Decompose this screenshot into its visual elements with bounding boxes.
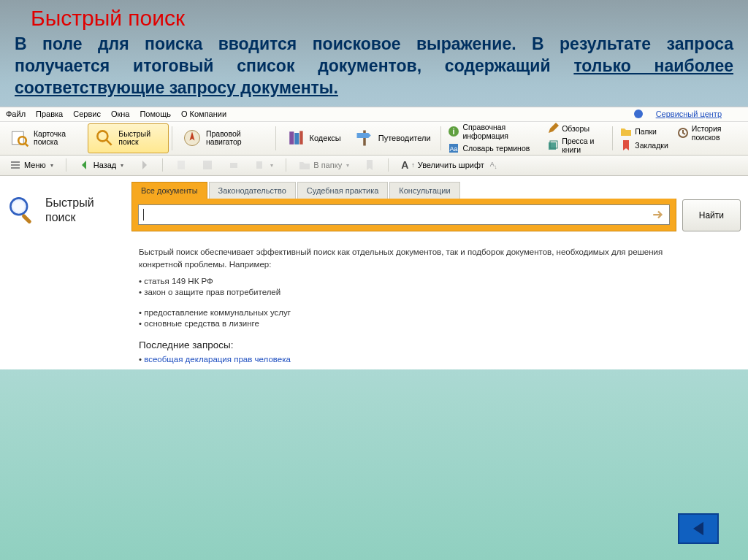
infolder-button: В папку bbox=[294, 157, 354, 173]
search-bar bbox=[131, 199, 676, 231]
input-clear-icon[interactable] bbox=[652, 208, 665, 221]
find-button[interactable]: Найти bbox=[682, 199, 741, 231]
svg-rect-24 bbox=[203, 161, 212, 169]
service-center-icon bbox=[634, 110, 643, 118]
press-label: Пресса и книги bbox=[562, 137, 605, 154]
app-window: Файл Правка Сервис Окна Помощь О Компани… bbox=[0, 107, 748, 370]
ref-info-button[interactable]: i Справочная информация bbox=[443, 122, 543, 141]
folder-icon bbox=[620, 126, 632, 137]
quick-search-icon bbox=[94, 128, 115, 148]
press-button[interactable]: Пресса и книги bbox=[543, 136, 609, 155]
tool-a bbox=[170, 157, 192, 173]
svg-rect-25 bbox=[230, 163, 237, 168]
svg-rect-29 bbox=[21, 213, 32, 224]
compass-icon bbox=[182, 128, 202, 148]
reviews-label: Обзоры bbox=[562, 124, 589, 133]
bookmark-add-button bbox=[359, 157, 381, 173]
codexes-label: Кодексы bbox=[310, 134, 341, 142]
glossary-button[interactable]: Аа Словарь терминов bbox=[443, 142, 543, 155]
recent-link[interactable]: всеобщая декларация прав человека bbox=[144, 355, 291, 364]
tab-legislation[interactable]: Законодательство bbox=[209, 182, 296, 199]
quick-search-button[interactable]: Быстрый поиск bbox=[88, 123, 169, 153]
history-button[interactable]: История поисков bbox=[673, 123, 745, 142]
svg-marker-30 bbox=[693, 522, 703, 536]
svg-rect-26 bbox=[256, 161, 262, 169]
quick-search-label: Быстрый поиск bbox=[118, 130, 162, 147]
history-icon bbox=[677, 127, 689, 139]
svg-point-3 bbox=[98, 131, 108, 142]
main-toolbar: Карточка поиска Быстрый поиск Правовой н… bbox=[0, 122, 748, 156]
hint-text: Быстрый поиск обеспечивает эффективный п… bbox=[139, 246, 694, 272]
legal-nav-button[interactable]: Правовой навигатор bbox=[175, 123, 272, 153]
example-item: основные средства в лизинге bbox=[139, 319, 741, 328]
card-search-label: Карточка поиска bbox=[34, 130, 81, 147]
legal-nav-label: Правовой навигатор bbox=[206, 130, 266, 147]
menu-icon bbox=[9, 159, 21, 171]
enlarge-font-label: Увеличить шрифт bbox=[418, 161, 484, 169]
search-title-l2: поиск bbox=[45, 210, 94, 224]
back-button[interactable]: Назад bbox=[74, 157, 129, 173]
press-icon bbox=[547, 139, 559, 151]
search-input[interactable] bbox=[138, 204, 670, 225]
search-title: Быстрый поиск bbox=[45, 196, 94, 223]
tool-d bbox=[249, 157, 278, 173]
text-cursor bbox=[143, 209, 144, 220]
ref-info-label: Справочная информация bbox=[462, 123, 538, 140]
slide-title: Быстрый поиск bbox=[0, 0, 748, 34]
tab-consultations[interactable]: Консультации bbox=[389, 182, 459, 199]
back-arrow-icon bbox=[79, 159, 91, 171]
prev-slide-button[interactable] bbox=[678, 513, 719, 544]
menu-service[interactable]: Сервис bbox=[73, 110, 101, 118]
svg-marker-11 bbox=[356, 133, 370, 138]
svg-rect-22 bbox=[11, 167, 20, 169]
recent-title: Последние запросы: bbox=[139, 340, 741, 350]
example-item: предоставление коммунальных услуг bbox=[139, 308, 741, 317]
svg-text:i: i bbox=[453, 127, 455, 136]
save-icon bbox=[202, 159, 213, 171]
copy-icon bbox=[254, 159, 266, 171]
tool-b bbox=[196, 157, 218, 173]
svg-text:Аа: Аа bbox=[450, 145, 458, 153]
content-area: Быстрый поиск Все документы Законодатель… bbox=[0, 176, 748, 370]
menubar: Файл Правка Сервис Окна Помощь О Компани… bbox=[0, 107, 748, 122]
recent-list: всеобщая декларация прав человека bbox=[139, 355, 741, 364]
menu-windows[interactable]: Окна bbox=[111, 110, 130, 118]
card-search-button[interactable]: Карточка поиска bbox=[3, 123, 88, 153]
menu-help[interactable]: Помощь bbox=[140, 110, 171, 118]
font-large-icon: А bbox=[401, 159, 408, 171]
dictionary-icon: Аа bbox=[448, 142, 459, 154]
card-search-icon bbox=[9, 128, 30, 148]
glossary-label: Словарь терминов bbox=[462, 144, 530, 153]
search-title-l1: Быстрый bbox=[45, 196, 94, 210]
back-label: Назад bbox=[94, 161, 117, 169]
svg-rect-7 bbox=[289, 131, 294, 145]
svg-rect-21 bbox=[11, 164, 20, 166]
menu-about[interactable]: О Компании bbox=[181, 110, 226, 118]
doc-icon bbox=[175, 159, 187, 171]
codexes-button[interactable]: Кодексы bbox=[279, 123, 348, 153]
svg-line-2 bbox=[25, 143, 28, 146]
reviews-button[interactable]: Обзоры bbox=[543, 122, 609, 135]
svg-marker-16 bbox=[549, 123, 559, 133]
bookmark-add-icon bbox=[364, 159, 375, 171]
menu-edit[interactable]: Правка bbox=[36, 110, 63, 118]
example-item: статья 149 НК РФ bbox=[139, 277, 741, 285]
font-small-icon: А↓ bbox=[490, 161, 497, 170]
bookmark-icon bbox=[620, 139, 632, 151]
bookmarks-button[interactable]: Закладки bbox=[616, 139, 672, 152]
history-label: История поисков bbox=[692, 124, 741, 142]
menu-dropdown[interactable]: Меню bbox=[4, 157, 58, 173]
folders-button[interactable]: Папки bbox=[616, 125, 672, 138]
tab-all-documents[interactable]: Все документы bbox=[131, 182, 207, 199]
search-tabs: Все документы Законодательство Судебная … bbox=[131, 182, 741, 199]
examples-list: статья 149 НК РФ закон о защите прав пот… bbox=[139, 277, 741, 328]
service-center-link[interactable]: Сервисный центр bbox=[634, 110, 732, 118]
svg-rect-8 bbox=[294, 133, 299, 145]
menu-file[interactable]: Файл bbox=[6, 110, 26, 118]
books-icon bbox=[286, 128, 306, 148]
tab-court-practice[interactable]: Судебная практика bbox=[297, 182, 388, 199]
guides-button[interactable]: Путеводители bbox=[348, 123, 438, 153]
bookmarks-label: Закладки bbox=[635, 141, 668, 150]
enlarge-font-button[interactable]: А ↑ Увеличить шрифт А↓ bbox=[396, 157, 502, 173]
svg-rect-23 bbox=[178, 161, 185, 169]
